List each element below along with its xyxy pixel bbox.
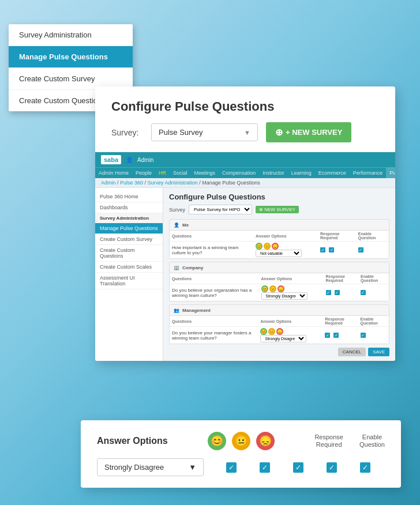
- sidebar-create-scales[interactable]: Create Custom Scales: [95, 262, 163, 273]
- sidebar-create-survey[interactable]: Create Custom Survey: [95, 234, 163, 245]
- section-me: 👤 Me Questions Answer Options Response: [169, 219, 389, 259]
- survey-selection-row: Survey: Pulse Survey ▼ ⊕ + NEW SURVEY: [111, 122, 379, 142]
- col-answer-options: Answer Options: [258, 316, 309, 327]
- nav-admin-home[interactable]: Admin Home: [95, 168, 132, 178]
- nav-hr[interactable]: HR: [155, 168, 170, 178]
- section-me-label: Me: [182, 223, 189, 228]
- nav-instructor[interactable]: Instructor: [259, 168, 288, 178]
- nav-learning[interactable]: Learning: [288, 168, 315, 178]
- col-enable-q: Enable Question: [358, 316, 389, 327]
- check-lg-5[interactable]: ✓: [360, 462, 370, 473]
- answer-select[interactable]: Strongly Disagree: [261, 292, 308, 300]
- nav-people[interactable]: People: [132, 168, 155, 178]
- sidebar-dashboards[interactable]: Dashboards: [95, 202, 163, 213]
- breadcrumb-pulse360[interactable]: Pulse 360: [120, 180, 143, 186]
- col-answer-options: Answer Options: [259, 273, 310, 284]
- configure-panel-title: Configure Pulse Questions: [111, 99, 379, 114]
- app-content: Pulse 360 Home Dashboards Survey Adminis…: [95, 188, 395, 361]
- response-req-cell: ✓ ✓: [322, 327, 358, 344]
- emoji-row: 😊 😐 😞: [261, 285, 308, 292]
- emoji-happy-lg: 😊: [208, 432, 226, 450]
- section-company-header: 🏢 Company: [170, 262, 389, 273]
- check-lg-2[interactable]: ✓: [260, 462, 270, 473]
- plus-icon: ⊕: [275, 127, 283, 138]
- col-emoji2: [309, 231, 313, 242]
- app-frame: saba 👤 Admin Admin Home People HR Social…: [95, 152, 395, 361]
- table-row: How important is a winning team culture …: [170, 242, 389, 259]
- response-req-cell: ✓ ✓: [318, 242, 356, 259]
- save-button[interactable]: SAVE: [368, 348, 389, 356]
- answer-select[interactable]: Not valuable: [256, 250, 302, 257]
- check-enable[interactable]: ✓: [358, 247, 363, 252]
- sidebar-create-questions[interactable]: Create Custom Questions: [95, 245, 163, 262]
- sidebar-item-manage-pulse[interactable]: Manage Pulse Questions: [9, 46, 133, 68]
- breadcrumb-survey-admin[interactable]: Survey Administration: [148, 180, 198, 186]
- check-enable[interactable]: ✓: [361, 333, 366, 338]
- app-survey-label: Survey: [169, 207, 185, 213]
- checks-row: ✓ ✓: [326, 290, 356, 295]
- app-survey-row: Survey Pulse Survey for HIPOs ⊕ NEW SURV…: [169, 205, 389, 214]
- check-lg-1[interactable]: ✓: [226, 462, 237, 473]
- check-1[interactable]: ✓: [320, 247, 325, 252]
- emoji-happy: 😊: [261, 285, 268, 292]
- answer-panel-select[interactable]: Strongly Disagree ▼: [97, 458, 204, 476]
- col-enable-q: Enable Question: [358, 273, 389, 284]
- col-questions: Questions: [170, 316, 258, 327]
- question-text: Do you believe your manager fosters a wi…: [170, 327, 258, 344]
- company-table: Questions Answer Options Response Requir…: [170, 273, 389, 301]
- enable-q-cell: ✓: [358, 327, 389, 344]
- configure-panel-header: Configure Pulse Questions Survey: Pulse …: [95, 86, 395, 152]
- emoji-neutral: 😐: [268, 328, 275, 335]
- sidebar-item-survey-admin[interactable]: Survey Administration: [9, 24, 133, 46]
- section-management: 👥 Management Questions Answer Options Re…: [169, 304, 389, 344]
- nav-social[interactable]: Social: [170, 168, 191, 178]
- emoji-sad-lg: 😞: [256, 432, 275, 450]
- building-icon: 🏢: [173, 264, 180, 271]
- sidebar-pulse360-home[interactable]: Pulse 360 Home: [95, 191, 163, 202]
- sidebar-assessment-ui[interactable]: Assessment UI Translation: [95, 273, 163, 289]
- nav-meetings[interactable]: Meetings: [191, 168, 219, 178]
- nav-compensation[interactable]: Compensation: [219, 168, 259, 178]
- nav-performance[interactable]: Performance: [350, 168, 387, 178]
- emoji-sad: 😞: [272, 243, 279, 250]
- check-2[interactable]: ✓: [333, 333, 339, 338]
- section-management-header: 👥 Management: [170, 305, 389, 316]
- app-main-title: Configure Pulse Questions: [169, 193, 389, 201]
- response-req-cell: ✓ ✓: [324, 284, 358, 302]
- check-lg-4[interactable]: ✓: [327, 462, 337, 473]
- app-new-survey-btn[interactable]: ⊕ NEW SURVEY: [256, 206, 299, 213]
- enable-q-cell: ✓: [358, 284, 389, 302]
- survey-select-value: Pulse Survey: [159, 128, 203, 137]
- sidebar-section-survey-admin: Survey Administration: [95, 213, 163, 223]
- emoji-row: 😊 😐 😞: [260, 328, 306, 335]
- answer-options-cell: 😊 😐 😞 Strongly Disagree: [258, 327, 309, 344]
- check-enable[interactable]: ✓: [361, 290, 366, 295]
- enable-q-cell: ✓: [356, 242, 389, 259]
- saba-logo: saba: [101, 155, 121, 164]
- answer-select[interactable]: Strongly Disagree: [260, 335, 306, 342]
- cancel-button[interactable]: CANCEL: [338, 348, 366, 356]
- answer-panel: Answer Options 😊 😐 😞 ResponseRequired En…: [81, 420, 401, 488]
- app-survey-select[interactable]: Pulse Survey for HIPOs: [189, 205, 252, 214]
- answer-panel-header: Answer Options 😊 😐 😞 ResponseRequired En…: [97, 432, 385, 450]
- check-1[interactable]: ✓: [326, 290, 331, 295]
- nav-pulse360[interactable]: Pulse 360: [386, 168, 395, 178]
- question-text: How important is a winning team culture …: [170, 242, 253, 259]
- answer-panel-col-headers: ResponseRequired EnableQuestion: [314, 434, 385, 449]
- survey-select[interactable]: Pulse Survey ▼: [151, 123, 258, 141]
- new-survey-button[interactable]: ⊕ + NEW SURVEY: [266, 122, 351, 142]
- breadcrumb-current: Manage Pulse Questions: [202, 180, 260, 186]
- sidebar-manage-pulse[interactable]: Manage Pulse Questions: [95, 223, 163, 234]
- nav-ecommerce[interactable]: Ecommerce: [315, 168, 350, 178]
- check-2[interactable]: ✓: [329, 247, 334, 252]
- check-2[interactable]: ✓: [335, 290, 340, 295]
- check-1[interactable]: ✓: [325, 333, 330, 338]
- new-survey-label: + NEW SURVEY: [286, 128, 342, 137]
- enable-question-label: EnableQuestion: [359, 434, 385, 449]
- checks-row: ✓ ✓: [325, 333, 355, 338]
- breadcrumb-admin[interactable]: Admin: [101, 180, 116, 186]
- col-response-req: Response Required: [322, 316, 358, 327]
- check-lg-3[interactable]: ✓: [293, 462, 303, 473]
- management-table: Questions Answer Options Response Requir…: [170, 316, 389, 344]
- col-answer-options: Answer Options: [253, 231, 304, 242]
